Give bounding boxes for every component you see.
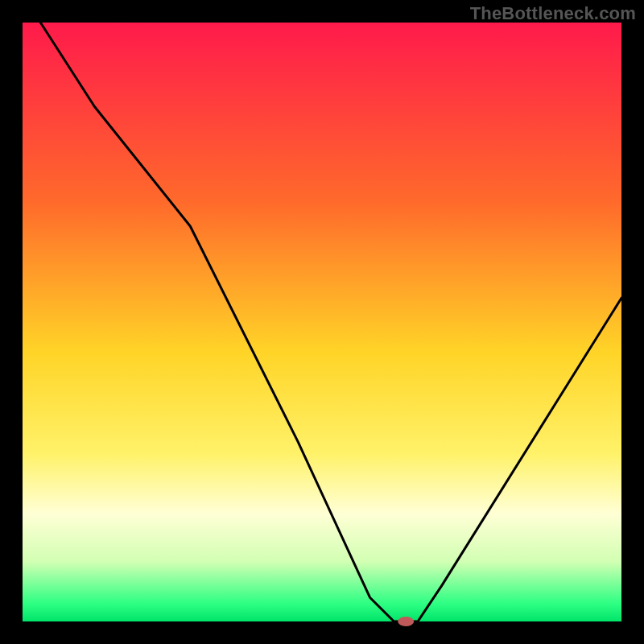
plot-area xyxy=(23,23,621,621)
optimal-marker xyxy=(398,617,414,626)
chart-stage: TheBottleneck.com xyxy=(0,0,644,644)
watermark-text: TheBottleneck.com xyxy=(470,3,636,24)
bottleneck-chart xyxy=(0,0,644,644)
